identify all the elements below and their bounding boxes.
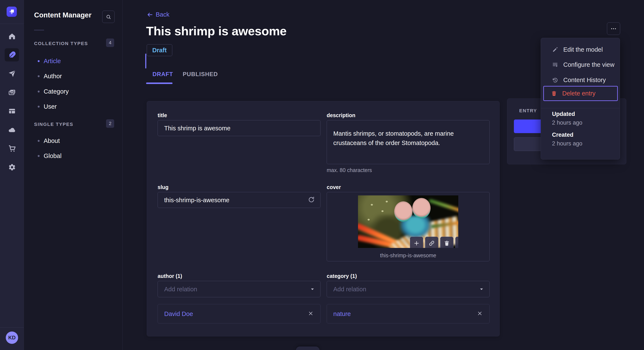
refresh-icon <box>308 196 315 203</box>
sidebar-item-deploy[interactable] <box>0 120 24 139</box>
subnav-item-category[interactable]: Category <box>24 84 122 99</box>
cover-image-art <box>412 198 430 218</box>
regenerate-slug-button[interactable] <box>307 196 316 204</box>
created-label: Created <box>552 132 574 138</box>
sidebar-divider <box>0 328 24 328</box>
strapi-app: KD Content Manager COLLECTION TYPES 4 Ar… <box>0 0 644 350</box>
section-collection-types: COLLECTION TYPES <box>34 41 88 46</box>
ellipsis-icon <box>610 25 617 32</box>
trash-icon <box>551 90 557 97</box>
active-item-indicator <box>145 54 146 68</box>
gear-icon <box>8 163 16 171</box>
section-single-types: SINGLE TYPES <box>34 122 73 127</box>
copy-link-button[interactable] <box>425 237 438 248</box>
home-icon <box>8 32 16 40</box>
layout-icon <box>8 107 16 115</box>
bullet-icon <box>38 140 40 142</box>
close-icon <box>477 311 483 316</box>
subnav-title: Content Manager <box>34 11 92 19</box>
link-icon <box>428 240 435 246</box>
slug-input[interactable]: this-shrimp-is-awesome <box>158 192 320 208</box>
strapi-logo-icon[interactable] <box>6 6 17 17</box>
bullet-icon <box>38 75 40 77</box>
search-icon <box>106 14 112 20</box>
content-manager-subnav: Content Manager COLLECTION TYPES 4 Artic… <box>24 0 123 350</box>
author-relation-select[interactable]: Add relation <box>158 281 320 297</box>
menu-item-content-history[interactable]: Content History <box>544 72 617 88</box>
cover-field-label: cover <box>327 184 341 190</box>
feather-icon <box>8 51 16 59</box>
cover-image-actions <box>410 237 458 248</box>
menu-item-delete-entry[interactable]: Delete entry <box>543 86 618 101</box>
collection-types-count-badge: 4 <box>106 38 114 47</box>
bullet-icon <box>38 60 40 62</box>
more-actions-button[interactable] <box>607 22 620 35</box>
subnav-item-author[interactable]: Author <box>24 69 122 84</box>
category-field-label: category (1) <box>327 273 357 279</box>
history-icon <box>552 77 558 83</box>
cover-image[interactable] <box>358 195 458 248</box>
subnav-item-global[interactable]: Global <box>24 149 122 163</box>
subnav-item-about[interactable]: About <box>24 133 122 148</box>
sidebar-item-home[interactable] <box>0 27 24 45</box>
sidebar-item-content-manager[interactable] <box>0 45 24 64</box>
author-field-label: author (1) <box>158 273 182 279</box>
tab-draft[interactable]: DRAFT <box>152 71 173 78</box>
list-settings-icon <box>552 62 558 68</box>
updated-label: Updated <box>552 111 575 117</box>
back-link[interactable]: Back <box>147 11 169 18</box>
cover-image-art <box>394 201 412 222</box>
slug-field-label: slug <box>158 184 168 190</box>
status-badge: Draft <box>147 44 172 56</box>
pencil-icon <box>552 47 558 53</box>
edit-media-button[interactable] <box>455 237 458 248</box>
remove-category-relation-button[interactable] <box>476 310 484 318</box>
category-relation-select[interactable]: Add relation <box>327 281 490 297</box>
sidebar-item-releases[interactable] <box>0 64 24 83</box>
description-field-label: description <box>327 112 356 118</box>
search-button[interactable] <box>102 11 114 23</box>
bullet-icon <box>38 106 40 108</box>
sidebar-item-settings[interactable] <box>0 158 24 176</box>
single-types-count-badge: 2 <box>106 119 114 128</box>
delete-media-button[interactable] <box>440 237 454 248</box>
menu-item-edit-the-model[interactable]: Edit the model <box>544 42 617 57</box>
sidebar-item-marketplace[interactable] <box>0 139 24 158</box>
arrow-left-icon <box>147 11 153 18</box>
sidebar-item-content-type-builder[interactable] <box>0 102 24 120</box>
subnav-item-article[interactable]: Article <box>24 54 122 68</box>
media-icon <box>8 88 16 96</box>
menu-item-configure-the-view[interactable]: Configure the view <box>544 57 617 72</box>
author-relation-link[interactable]: David Doe <box>164 310 193 317</box>
page-title: This shrimp is awesome <box>146 24 286 38</box>
send-icon <box>8 70 16 78</box>
description-textarea[interactable]: Mantis shrimps, or stomatopods, are mari… <box>327 120 490 164</box>
cover-image-art <box>428 199 458 213</box>
bullet-icon <box>38 91 40 93</box>
cloud-icon <box>8 126 16 134</box>
cover-caption: this-shrimp-is-awesome <box>327 252 490 259</box>
entry-panel-title: ENTRY <box>519 108 537 114</box>
sidebar-item-media-library[interactable] <box>0 83 24 102</box>
subnav-item-user[interactable]: User <box>24 99 122 114</box>
bottom-widget[interactable] <box>296 347 320 350</box>
category-relation-link[interactable]: nature <box>333 310 351 317</box>
updated-value: 2 hours ago <box>552 120 582 126</box>
caret-down-icon <box>479 286 484 292</box>
strapi-glyph <box>8 8 15 15</box>
cover-media-field: this-shrimp-is-awesome <box>327 192 490 261</box>
user-avatar[interactable]: KD <box>6 332 18 344</box>
description-hint: max. 80 characters <box>327 167 372 173</box>
cart-icon <box>8 145 16 153</box>
more-actions-menu: Edit the model Configure the view Conten… <box>541 38 620 160</box>
subnav-divider <box>34 30 44 30</box>
trash-icon <box>444 240 450 246</box>
title-input[interactable]: This shrimp is awesome <box>158 120 320 136</box>
plus-icon <box>413 240 420 246</box>
created-value: 2 hours ago <box>552 140 582 147</box>
main-nav-sidebar: KD <box>0 0 24 350</box>
bullet-icon <box>38 155 40 157</box>
add-media-button[interactable] <box>410 237 423 248</box>
remove-author-relation-button[interactable] <box>307 310 314 318</box>
tab-published[interactable]: PUBLISHED <box>183 71 218 78</box>
